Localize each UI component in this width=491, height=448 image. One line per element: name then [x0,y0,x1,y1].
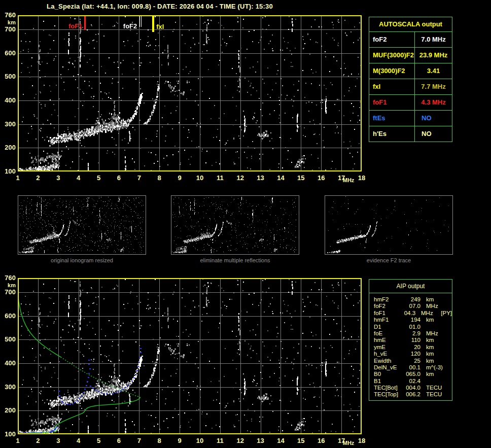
aip-name: ymE [374,344,404,351]
autoscala-output-rows: foF27.0 MHzMUF(3000)F223.9 MHzM(3000)F23… [369,32,452,142]
y-axis-tick-label: 400 [0,360,16,367]
x-axis-tick-label: 16 [314,437,328,444]
aip-row-foF2: foF207.0MHz [374,303,452,309]
y-axis-tick-label: 760 [0,12,16,19]
aip-extra: [PY] [441,310,452,317]
y-axis-tick-label: 100 [0,168,16,175]
autoscala-param-value: NO [415,126,452,142]
y-axis-tick-label: 200 [0,144,16,151]
autoscala-param-value: 7.0 MHz [415,32,452,47]
x-axis-tick-label: 9 [173,437,186,444]
x-axis-tick-label: 9 [173,175,186,182]
x-axis-tick-label: 15 [294,437,307,444]
autoscala-output-header: AUTOSCALA output [369,17,452,32]
autoscala-param-name: MUF(3000)F2 [369,48,415,63]
autoscala-row-foF1: foF14.3 MHz [369,95,452,111]
aip-unit: MHz [426,330,448,337]
aip-val: 194 [404,317,420,323]
aip-unit: MHz [426,303,448,309]
aip-val: 02.4 [404,378,420,385]
aip-val: 00.1 [404,364,420,371]
thumbnail-original-ionogram [18,195,146,255]
aip-row-TEC[Bot]: TEC[Bot]004.0TECU [374,385,452,391]
aip-row-B1: B102.4 [374,378,452,385]
y-axis-tick-label: 700 [0,289,16,296]
aip-name: B1 [374,378,404,385]
aip-unit: m^(-3) [426,364,448,371]
aip-output-header: AIP output [369,280,452,293]
aip-name: D1 [374,324,404,330]
y-axis-tick-label: 200 [0,407,16,414]
autoscala-row-h'Es: h'EsNO [369,126,452,142]
x-axis-tick-label: 12 [234,175,247,182]
x-axis-tick-label: 11 [214,175,227,182]
x-axis-unit-label: MHz [342,177,355,184]
x-axis-tick-label: 5 [92,175,106,182]
aip-name: TEC[Top] [374,391,404,398]
aip-unit: km [426,344,448,351]
x-axis-tick-label: 13 [254,437,267,444]
x-axis-tick-label: 18 [355,175,368,182]
aip-name: hmF2 [374,296,404,303]
y-axis-tick-label: 400 [0,97,16,104]
x-axis-tick-label: 4 [72,437,85,444]
top-ionogram-plot [18,15,362,171]
x-axis-tick-label: 6 [112,437,125,444]
thumbnail-eliminate-reflections [171,195,299,255]
x-axis-tick-label: 1 [11,175,24,182]
aip-row-foE: foE2.9MHz [374,330,452,337]
x-axis-tick-label: 13 [254,175,267,182]
aip-row-h_vE: h_vE120km [374,351,452,357]
aip-row-B0: B0065.0km [374,371,452,377]
x-axis-tick-label: 8 [153,437,166,444]
autoscala-output-panel: AUTOSCALA output foF27.0 MHzMUF(3000)F22… [369,17,452,142]
marker-label-foF2: foF2 [120,23,137,29]
aip-row-Ewidth: Ewidth25km [374,358,452,364]
aip-val: 065.0 [404,371,420,377]
autoscala-row-fxI: fxI7.7 MHz [369,79,452,95]
x-axis-unit-label: MHz [342,439,355,446]
y-axis-tick-label: 500 [0,336,16,343]
aip-val: 249 [404,296,420,303]
x-axis-tick-label: 7 [132,175,146,182]
aip-row-foF1: foF104.3MHz[PY] [374,310,452,317]
autoscala-row-ftEs: ftEsNO [369,111,452,126]
x-axis-tick-label: 8 [153,175,166,182]
marker-label-foF1: foF1 [65,23,83,29]
autoscala-param-value: 7.7 MHz [415,79,452,94]
aip-unit: km [426,351,448,357]
aip-val: 04.3 [401,310,415,317]
aip-val: 004.0 [404,385,420,391]
aip-name: h_vE [374,351,404,357]
autoscala-row-foF2: foF27.0 MHz [369,32,452,48]
x-axis-tick-label: 18 [355,437,368,444]
aip-unit: km [426,337,448,343]
marker-label-fxI: fxI [156,23,164,30]
thumbnail-caption-2: eliminate multiple reflections [171,257,299,263]
x-axis-tick-label: 3 [52,437,65,444]
aip-val: 01.0 [404,324,420,330]
aip-unit: TECU [426,385,448,391]
aip-unit: TECU [426,391,448,398]
x-axis-tick-label: 11 [214,437,227,444]
aip-name: DelN_vE [374,364,404,371]
aip-row-ymE: ymE20km [374,344,452,351]
thumbnail-canvas-3 [325,196,451,253]
aip-name: hmE [374,337,404,343]
x-axis-tick-label: 12 [234,437,247,444]
x-axis-tick-label: 3 [52,175,65,182]
aip-unit: MHz [421,310,441,317]
thumbnail-caption-1: original ionogram resized [18,257,146,263]
autoscala-row-MUF(3000)F2: MUF(3000)F223.9 MHz [369,48,452,63]
aip-unit: km [426,296,448,303]
x-axis-tick-label: 2 [31,175,45,182]
autoscala-param-name: M(3000)F2 [369,63,415,79]
aip-val: 20 [404,344,420,351]
autoscala-param-name: ftEs [369,111,415,126]
x-axis-tick-label: 2 [31,437,45,444]
aip-name: foF1 [374,310,401,317]
aip-name: TEC[Bot] [374,385,404,391]
aip-row-hmF1: hmF1194km [374,317,452,323]
x-axis-tick-label: 5 [92,437,106,444]
aip-row-hmE: hmE110km [374,337,452,343]
